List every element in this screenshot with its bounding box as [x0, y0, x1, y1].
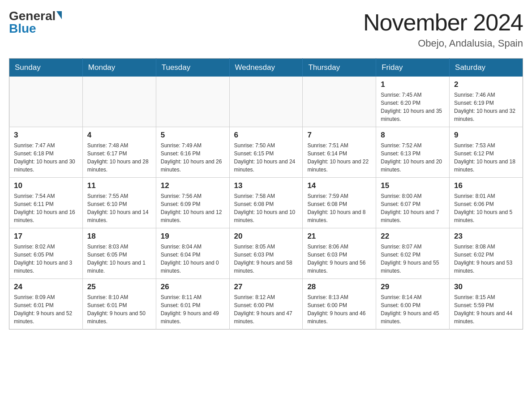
day-number-16: 16	[454, 181, 518, 190]
calendar-subtitle: Obejo, Andalusia, Spain	[363, 38, 523, 49]
day-info-16: Sunrise: 8:01 AMSunset: 6:06 PMDaylight:…	[454, 192, 518, 224]
day-info-9: Sunrise: 7:53 AMSunset: 6:12 PMDaylight:…	[454, 141, 518, 174]
day-info-25: Sunrise: 8:10 AMSunset: 6:01 PMDaylight:…	[87, 293, 151, 325]
day-info-10: Sunrise: 7:54 AMSunset: 6:11 PMDaylight:…	[14, 192, 78, 224]
day-number-14: 14	[307, 181, 371, 190]
day-info-23: Sunrise: 8:08 AMSunset: 6:02 PMDaylight:…	[454, 243, 518, 275]
day-info-21: Sunrise: 8:06 AMSunset: 6:03 PMDaylight:…	[307, 243, 371, 275]
header-friday: Friday	[376, 59, 450, 77]
day-number-28: 28	[307, 283, 371, 291]
day-info-2: Sunrise: 7:46 AMSunset: 6:19 PMDaylight:…	[454, 91, 518, 123]
day-number-25: 25	[87, 283, 151, 291]
calendar-cell-0-6: 2Sunrise: 7:46 AMSunset: 6:19 PMDaylight…	[450, 77, 523, 127]
calendar-cell-3-0: 17Sunrise: 8:02 AMSunset: 6:05 PMDayligh…	[9, 228, 83, 279]
day-info-19: Sunrise: 8:04 AMSunset: 6:04 PMDaylight:…	[161, 243, 225, 275]
calendar-cell-4-1: 25Sunrise: 8:10 AMSunset: 6:01 PMDayligh…	[82, 279, 156, 330]
day-info-13: Sunrise: 7:58 AMSunset: 6:08 PMDaylight:…	[234, 192, 298, 224]
calendar-cell-3-2: 19Sunrise: 8:04 AMSunset: 6:04 PMDayligh…	[156, 228, 229, 279]
calendar-cell-4-0: 24Sunrise: 8:09 AMSunset: 6:01 PMDayligh…	[9, 279, 83, 330]
calendar-cell-3-1: 18Sunrise: 8:03 AMSunset: 6:05 PMDayligh…	[82, 228, 156, 279]
calendar-cell-2-0: 10Sunrise: 7:54 AMSunset: 6:11 PMDayligh…	[9, 178, 83, 228]
calendar-cell-0-4	[303, 77, 376, 127]
day-number-24: 24	[14, 283, 78, 291]
day-info-3: Sunrise: 7:47 AMSunset: 6:18 PMDaylight:…	[14, 141, 78, 174]
day-number-26: 26	[161, 283, 225, 291]
day-info-1: Sunrise: 7:45 AMSunset: 6:20 PMDaylight:…	[381, 91, 445, 123]
day-number-18: 18	[87, 232, 151, 241]
calendar-cell-1-3: 6Sunrise: 7:50 AMSunset: 6:15 PMDaylight…	[229, 127, 303, 178]
calendar-cell-2-6: 16Sunrise: 8:01 AMSunset: 6:06 PMDayligh…	[450, 178, 523, 228]
day-number-6: 6	[234, 131, 298, 140]
day-number-29: 29	[381, 283, 445, 291]
day-number-7: 7	[307, 131, 371, 140]
day-info-7: Sunrise: 7:51 AMSunset: 6:14 PMDaylight:…	[307, 141, 371, 174]
day-info-11: Sunrise: 7:55 AMSunset: 6:10 PMDaylight:…	[87, 192, 151, 224]
calendar-cell-1-0: 3Sunrise: 7:47 AMSunset: 6:18 PMDaylight…	[9, 127, 83, 178]
day-info-15: Sunrise: 8:00 AMSunset: 6:07 PMDaylight:…	[381, 192, 445, 224]
day-info-24: Sunrise: 8:09 AMSunset: 6:01 PMDaylight:…	[14, 293, 78, 325]
day-info-6: Sunrise: 7:50 AMSunset: 6:15 PMDaylight:…	[234, 141, 298, 174]
day-number-2: 2	[454, 80, 518, 89]
calendar-cell-4-5: 29Sunrise: 8:14 AMSunset: 6:00 PMDayligh…	[376, 279, 450, 330]
day-number-8: 8	[381, 131, 445, 140]
day-info-8: Sunrise: 7:52 AMSunset: 6:13 PMDaylight:…	[381, 141, 445, 174]
header-sunday: Sunday	[9, 59, 83, 77]
calendar-cell-2-5: 15Sunrise: 8:00 AMSunset: 6:07 PMDayligh…	[376, 178, 450, 228]
calendar-cell-4-3: 27Sunrise: 8:12 AMSunset: 6:00 PMDayligh…	[229, 279, 303, 330]
calendar-cell-0-3	[229, 77, 303, 127]
header-wednesday: Wednesday	[229, 59, 303, 77]
day-info-4: Sunrise: 7:48 AMSunset: 6:17 PMDaylight:…	[87, 141, 151, 174]
day-number-17: 17	[14, 232, 78, 241]
day-info-17: Sunrise: 8:02 AMSunset: 6:05 PMDaylight:…	[14, 243, 78, 275]
header-monday: Monday	[82, 59, 156, 77]
title-area: November 2024 Obejo, Andalusia, Spain	[363, 9, 523, 49]
day-info-27: Sunrise: 8:12 AMSunset: 6:00 PMDaylight:…	[234, 293, 298, 325]
calendar-cell-0-2	[156, 77, 229, 127]
calendar-cell-1-1: 4Sunrise: 7:48 AMSunset: 6:17 PMDaylight…	[82, 127, 156, 178]
day-number-3: 3	[14, 131, 78, 140]
logo: General Blue	[9, 9, 62, 36]
day-number-22: 22	[381, 232, 445, 241]
header-thursday: Thursday	[303, 59, 376, 77]
day-info-30: Sunrise: 8:15 AMSunset: 5:59 PMDaylight:…	[454, 293, 518, 325]
day-number-21: 21	[307, 232, 371, 241]
day-number-4: 4	[87, 131, 151, 140]
calendar-cell-0-5: 1Sunrise: 7:45 AMSunset: 6:20 PMDaylight…	[376, 77, 450, 127]
week-row-0: 1Sunrise: 7:45 AMSunset: 6:20 PMDaylight…	[9, 77, 523, 127]
week-row-4: 24Sunrise: 8:09 AMSunset: 6:01 PMDayligh…	[9, 279, 523, 330]
day-number-19: 19	[161, 232, 225, 241]
calendar-cell-0-1	[82, 77, 156, 127]
day-number-10: 10	[14, 181, 78, 190]
day-info-28: Sunrise: 8:13 AMSunset: 6:00 PMDaylight:…	[307, 293, 371, 325]
calendar-cell-4-2: 26Sunrise: 8:11 AMSunset: 6:01 PMDayligh…	[156, 279, 229, 330]
week-row-1: 3Sunrise: 7:47 AMSunset: 6:18 PMDaylight…	[9, 127, 523, 178]
day-number-9: 9	[454, 131, 518, 140]
day-number-13: 13	[234, 181, 298, 190]
week-row-2: 10Sunrise: 7:54 AMSunset: 6:11 PMDayligh…	[9, 178, 523, 228]
calendar-cell-2-1: 11Sunrise: 7:55 AMSunset: 6:10 PMDayligh…	[82, 178, 156, 228]
weekday-header-row: Sunday Monday Tuesday Wednesday Thursday…	[9, 59, 523, 77]
day-info-26: Sunrise: 8:11 AMSunset: 6:01 PMDaylight:…	[161, 293, 225, 325]
day-info-29: Sunrise: 8:14 AMSunset: 6:00 PMDaylight:…	[381, 293, 445, 325]
calendar-cell-2-3: 13Sunrise: 7:58 AMSunset: 6:08 PMDayligh…	[229, 178, 303, 228]
day-number-30: 30	[454, 283, 518, 291]
calendar-cell-3-6: 23Sunrise: 8:08 AMSunset: 6:02 PMDayligh…	[450, 228, 523, 279]
day-info-14: Sunrise: 7:59 AMSunset: 6:08 PMDaylight:…	[307, 192, 371, 224]
calendar-cell-1-6: 9Sunrise: 7:53 AMSunset: 6:12 PMDaylight…	[450, 127, 523, 178]
calendar-cell-1-2: 5Sunrise: 7:49 AMSunset: 6:16 PMDaylight…	[156, 127, 229, 178]
day-number-11: 11	[87, 181, 151, 190]
header-tuesday: Tuesday	[156, 59, 229, 77]
calendar-cell-0-0	[9, 77, 83, 127]
logo-blue-label: Blue	[9, 21, 36, 36]
calendar-cell-1-5: 8Sunrise: 7:52 AMSunset: 6:13 PMDaylight…	[376, 127, 450, 178]
header-saturday: Saturday	[450, 59, 523, 77]
day-number-1: 1	[381, 80, 445, 89]
day-number-20: 20	[234, 232, 298, 241]
calendar-cell-3-5: 22Sunrise: 8:07 AMSunset: 6:02 PMDayligh…	[376, 228, 450, 279]
day-info-20: Sunrise: 8:05 AMSunset: 6:03 PMDaylight:…	[234, 243, 298, 275]
day-number-15: 15	[381, 181, 445, 190]
calendar-title: November 2024	[363, 9, 523, 36]
calendar-table: Sunday Monday Tuesday Wednesday Thursday…	[9, 58, 523, 330]
day-info-12: Sunrise: 7:56 AMSunset: 6:09 PMDaylight:…	[161, 192, 225, 224]
calendar-cell-1-4: 7Sunrise: 7:51 AMSunset: 6:14 PMDaylight…	[303, 127, 376, 178]
